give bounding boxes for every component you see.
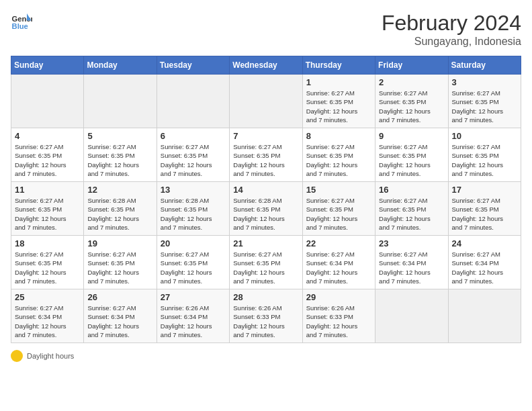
page-title: February 2024 bbox=[382, 11, 521, 36]
calendar-day-header: Tuesday bbox=[157, 56, 229, 75]
calendar-cell: 28Sunrise: 6:26 AM Sunset: 6:33 PM Dayli… bbox=[230, 289, 302, 343]
calendar-cell: 27Sunrise: 6:26 AM Sunset: 6:34 PM Dayli… bbox=[157, 289, 229, 343]
day-info: Sunrise: 6:27 AM Sunset: 6:35 PM Dayligh… bbox=[452, 196, 517, 232]
calendar-cell: 7Sunrise: 6:27 AM Sunset: 6:35 PM Daylig… bbox=[230, 128, 302, 182]
day-number: 11 bbox=[15, 185, 80, 195]
day-number: 29 bbox=[306, 292, 371, 302]
calendar-day-header: Sunday bbox=[11, 56, 84, 75]
calendar-day-header: Friday bbox=[375, 56, 448, 75]
calendar-cell: 23Sunrise: 6:27 AM Sunset: 6:34 PM Dayli… bbox=[375, 236, 448, 289]
calendar-cell: 19Sunrise: 6:27 AM Sunset: 6:35 PM Dayli… bbox=[84, 236, 157, 289]
svg-text:Blue: Blue bbox=[12, 22, 28, 30]
day-info: Sunrise: 6:27 AM Sunset: 6:35 PM Dayligh… bbox=[87, 142, 152, 178]
day-info: Sunrise: 6:26 AM Sunset: 6:33 PM Dayligh… bbox=[233, 304, 298, 339]
day-info: Sunrise: 6:26 AM Sunset: 6:33 PM Dayligh… bbox=[306, 304, 371, 339]
calendar-cell: 16Sunrise: 6:27 AM Sunset: 6:35 PM Dayli… bbox=[375, 182, 448, 236]
calendar-cell bbox=[84, 75, 157, 128]
day-number: 24 bbox=[452, 238, 517, 248]
day-info: Sunrise: 6:27 AM Sunset: 6:34 PM Dayligh… bbox=[306, 250, 371, 285]
title-block: February 2024 Sungayang, Indonesia bbox=[382, 11, 521, 48]
calendar-cell: 24Sunrise: 6:27 AM Sunset: 6:34 PM Dayli… bbox=[448, 236, 521, 289]
day-info: Sunrise: 6:28 AM Sunset: 6:35 PM Dayligh… bbox=[233, 196, 298, 232]
day-number: 5 bbox=[87, 131, 152, 141]
day-info: Sunrise: 6:27 AM Sunset: 6:35 PM Dayligh… bbox=[161, 250, 226, 285]
calendar-cell: 17Sunrise: 6:27 AM Sunset: 6:35 PM Dayli… bbox=[448, 182, 521, 236]
calendar-header-row: SundayMondayTuesdayWednesdayThursdayFrid… bbox=[11, 56, 521, 75]
day-info: Sunrise: 6:27 AM Sunset: 6:34 PM Dayligh… bbox=[452, 250, 517, 285]
calendar-cell: 8Sunrise: 6:27 AM Sunset: 6:35 PM Daylig… bbox=[302, 128, 375, 182]
day-info: Sunrise: 6:27 AM Sunset: 6:35 PM Dayligh… bbox=[161, 142, 226, 178]
calendar-cell: 2Sunrise: 6:27 AM Sunset: 6:35 PM Daylig… bbox=[375, 75, 448, 128]
calendar-cell: 18Sunrise: 6:27 AM Sunset: 6:35 PM Dayli… bbox=[11, 236, 84, 289]
day-number: 18 bbox=[15, 238, 80, 248]
day-info: Sunrise: 6:27 AM Sunset: 6:35 PM Dayligh… bbox=[306, 196, 371, 232]
calendar-day-header: Saturday bbox=[448, 56, 521, 75]
calendar-cell: 20Sunrise: 6:27 AM Sunset: 6:35 PM Dayli… bbox=[157, 236, 229, 289]
calendar-cell: 1Sunrise: 6:27 AM Sunset: 6:35 PM Daylig… bbox=[302, 75, 375, 128]
calendar-cell: 22Sunrise: 6:27 AM Sunset: 6:34 PM Dayli… bbox=[302, 236, 375, 289]
day-number: 23 bbox=[379, 238, 444, 248]
day-number: 27 bbox=[161, 292, 226, 302]
day-number: 12 bbox=[87, 185, 152, 195]
calendar-cell: 12Sunrise: 6:28 AM Sunset: 6:35 PM Dayli… bbox=[84, 182, 157, 236]
sun-icon bbox=[11, 350, 23, 362]
calendar-week-row: 25Sunrise: 6:27 AM Sunset: 6:34 PM Dayli… bbox=[11, 289, 521, 343]
day-number: 25 bbox=[15, 292, 80, 302]
day-number: 20 bbox=[161, 238, 226, 248]
logo: General Blue bbox=[11, 11, 32, 32]
day-info: Sunrise: 6:27 AM Sunset: 6:35 PM Dayligh… bbox=[87, 250, 152, 285]
calendar-cell: 29Sunrise: 6:26 AM Sunset: 6:33 PM Dayli… bbox=[302, 289, 375, 343]
logo-icon: General Blue bbox=[11, 11, 32, 32]
day-info: Sunrise: 6:27 AM Sunset: 6:35 PM Dayligh… bbox=[379, 196, 444, 232]
day-number: 28 bbox=[233, 292, 298, 302]
calendar-cell bbox=[157, 75, 229, 128]
day-info: Sunrise: 6:27 AM Sunset: 6:35 PM Dayligh… bbox=[15, 196, 80, 232]
calendar-cell: 15Sunrise: 6:27 AM Sunset: 6:35 PM Dayli… bbox=[302, 182, 375, 236]
day-number: 7 bbox=[233, 131, 298, 141]
calendar-cell: 5Sunrise: 6:27 AM Sunset: 6:35 PM Daylig… bbox=[84, 128, 157, 182]
day-number: 17 bbox=[452, 185, 517, 195]
day-number: 4 bbox=[15, 131, 80, 141]
page-subtitle: Sungayang, Indonesia bbox=[382, 36, 521, 48]
day-number: 13 bbox=[161, 185, 226, 195]
day-info: Sunrise: 6:27 AM Sunset: 6:35 PM Dayligh… bbox=[379, 89, 444, 124]
day-number: 22 bbox=[306, 238, 371, 248]
calendar-day-header: Wednesday bbox=[230, 56, 302, 75]
calendar-cell: 21Sunrise: 6:27 AM Sunset: 6:35 PM Dayli… bbox=[230, 236, 302, 289]
day-info: Sunrise: 6:27 AM Sunset: 6:35 PM Dayligh… bbox=[452, 142, 517, 178]
calendar-cell: 13Sunrise: 6:28 AM Sunset: 6:35 PM Dayli… bbox=[157, 182, 229, 236]
calendar-cell: 10Sunrise: 6:27 AM Sunset: 6:35 PM Dayli… bbox=[448, 128, 521, 182]
day-info: Sunrise: 6:27 AM Sunset: 6:35 PM Dayligh… bbox=[306, 89, 371, 124]
day-info: Sunrise: 6:27 AM Sunset: 6:35 PM Dayligh… bbox=[379, 142, 444, 178]
calendar-cell: 6Sunrise: 6:27 AM Sunset: 6:35 PM Daylig… bbox=[157, 128, 229, 182]
day-info: Sunrise: 6:27 AM Sunset: 6:34 PM Dayligh… bbox=[379, 250, 444, 285]
day-number: 10 bbox=[452, 131, 517, 141]
calendar-week-row: 4Sunrise: 6:27 AM Sunset: 6:35 PM Daylig… bbox=[11, 128, 521, 182]
day-number: 16 bbox=[379, 185, 444, 195]
calendar-cell bbox=[375, 289, 448, 343]
calendar-day-header: Monday bbox=[84, 56, 157, 75]
calendar-cell: 11Sunrise: 6:27 AM Sunset: 6:35 PM Dayli… bbox=[11, 182, 84, 236]
day-number: 3 bbox=[452, 77, 517, 87]
day-number: 9 bbox=[379, 131, 444, 141]
day-info: Sunrise: 6:27 AM Sunset: 6:35 PM Dayligh… bbox=[452, 89, 517, 124]
calendar-week-row: 18Sunrise: 6:27 AM Sunset: 6:35 PM Dayli… bbox=[11, 236, 521, 289]
day-number: 6 bbox=[161, 131, 226, 141]
day-info: Sunrise: 6:27 AM Sunset: 6:35 PM Dayligh… bbox=[306, 142, 371, 178]
calendar-cell bbox=[230, 75, 302, 128]
day-number: 2 bbox=[379, 77, 444, 87]
day-number: 26 bbox=[87, 292, 152, 302]
calendar-cell: 26Sunrise: 6:27 AM Sunset: 6:34 PM Dayli… bbox=[84, 289, 157, 343]
day-info: Sunrise: 6:27 AM Sunset: 6:35 PM Dayligh… bbox=[15, 142, 80, 178]
calendar-cell: 3Sunrise: 6:27 AM Sunset: 6:35 PM Daylig… bbox=[448, 75, 521, 128]
calendar-cell: 4Sunrise: 6:27 AM Sunset: 6:35 PM Daylig… bbox=[11, 128, 84, 182]
calendar-week-row: 11Sunrise: 6:27 AM Sunset: 6:35 PM Dayli… bbox=[11, 182, 521, 236]
calendar-week-row: 1Sunrise: 6:27 AM Sunset: 6:35 PM Daylig… bbox=[11, 75, 521, 128]
footer-text: Daylight hours bbox=[27, 352, 74, 360]
calendar-day-header: Thursday bbox=[302, 56, 375, 75]
page-header: General Blue February 2024 Sungayang, In… bbox=[11, 11, 521, 48]
calendar-cell: 14Sunrise: 6:28 AM Sunset: 6:35 PM Dayli… bbox=[230, 182, 302, 236]
calendar-cell bbox=[11, 75, 84, 128]
footer: Daylight hours bbox=[11, 350, 521, 362]
day-info: Sunrise: 6:27 AM Sunset: 6:35 PM Dayligh… bbox=[233, 250, 298, 285]
